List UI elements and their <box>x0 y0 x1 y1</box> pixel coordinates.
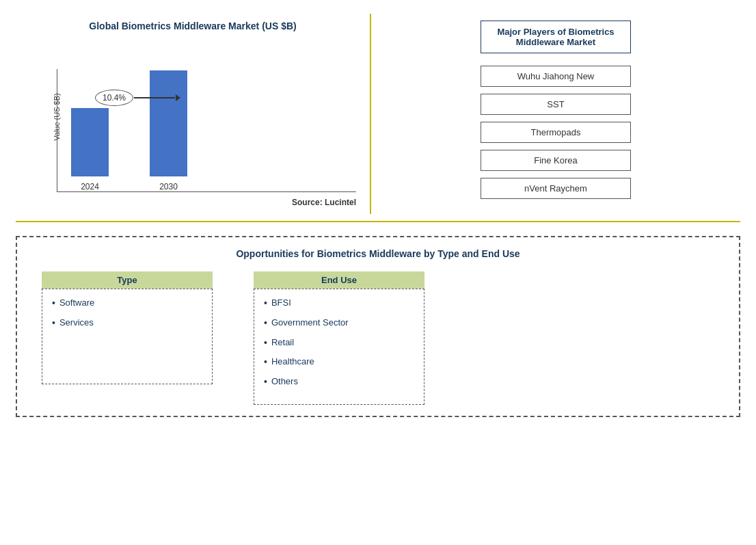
bullet-govt: • <box>264 317 267 329</box>
player-item-5: nVent Raychem <box>481 178 631 199</box>
end-use-item-healthcare: • Healthcare <box>264 356 414 368</box>
type-item-services: • Services <box>52 317 202 329</box>
arrow-head <box>176 94 180 101</box>
player-item-2: SST <box>481 94 631 115</box>
players-title: Major Players of BiometricsMiddleware Ma… <box>481 21 631 53</box>
annotation-value: 10.4% <box>103 93 126 103</box>
bar-2024 <box>71 108 109 176</box>
bar-label-2030: 2030 <box>159 182 178 191</box>
end-use-item-bfsi-label: BFSI <box>271 297 291 308</box>
bar-group-2030: 2030 <box>150 70 187 191</box>
annotation-bubble: 10.4% <box>95 90 133 106</box>
bar-label-2024: 2024 <box>81 182 99 191</box>
bar-group-2024: 2024 <box>71 108 109 191</box>
type-items: • Software • Services <box>42 289 213 384</box>
end-use-column: End Use • BFSI • Government Sector • Ret… <box>254 271 424 405</box>
player-item-1: Wuhu Jiahong New <box>481 66 631 87</box>
bars-container: 10.4% 2024 2030 <box>57 69 356 192</box>
chart-title: Global Biometrics Middleware Market (US … <box>29 21 356 31</box>
end-use-item-retail: • Retail <box>264 337 414 349</box>
end-use-item-others: • Others <box>264 376 414 388</box>
chart-section: Global Biometrics Middleware Market (US … <box>16 14 371 214</box>
players-section: Major Players of BiometricsMiddleware Ma… <box>371 14 740 214</box>
end-use-items: • BFSI • Government Sector • Retail • He… <box>254 289 424 405</box>
bullet-bfsi: • <box>264 297 267 309</box>
players-title-text: Major Players of BiometricsMiddleware Ma… <box>497 27 614 47</box>
end-use-item-others-label: Others <box>271 376 298 386</box>
bullet-healthcare: • <box>264 356 267 368</box>
end-use-item-healthcare-label: Healthcare <box>271 356 314 367</box>
bullet-software: • <box>52 297 55 309</box>
top-section: Global Biometrics Middleware Market (US … <box>16 14 740 222</box>
end-use-item-retail-label: Retail <box>271 337 294 347</box>
bullet-services: • <box>52 317 55 329</box>
type-column: Type • Software • Services <box>42 271 213 405</box>
annotation-group: 10.4% <box>95 90 133 106</box>
bullet-others: • <box>264 376 267 388</box>
type-header: Type <box>42 271 213 289</box>
player-item-4: Fine Korea <box>481 150 631 171</box>
type-item-software: • Software <box>52 297 202 309</box>
type-item-services-label: Services <box>59 317 94 328</box>
player-item-3: Thermopads <box>481 122 631 143</box>
bullet-retail: • <box>264 337 267 349</box>
bar-2030 <box>150 70 187 176</box>
end-use-item-govt: • Government Sector <box>264 317 414 329</box>
arrow-line <box>134 97 175 98</box>
bottom-section: Opportunities for Biometrics Middleware … <box>16 236 740 417</box>
end-use-item-bfsi: • BFSI <box>264 297 414 309</box>
end-use-item-govt-label: Government Sector <box>271 317 349 328</box>
opportunity-columns: Type • Software • Services End Use <box>28 271 728 405</box>
end-use-header: End Use <box>254 271 424 289</box>
source-text: Source: Lucintel <box>29 198 356 207</box>
type-item-software-label: Software <box>59 297 94 308</box>
chart-area: Value (US $B) 10.4% 2024 <box>57 42 356 192</box>
opportunities-title: Opportunities for Biometrics Middleware … <box>28 248 728 259</box>
main-container: Global Biometrics Middleware Market (US … <box>16 14 740 417</box>
